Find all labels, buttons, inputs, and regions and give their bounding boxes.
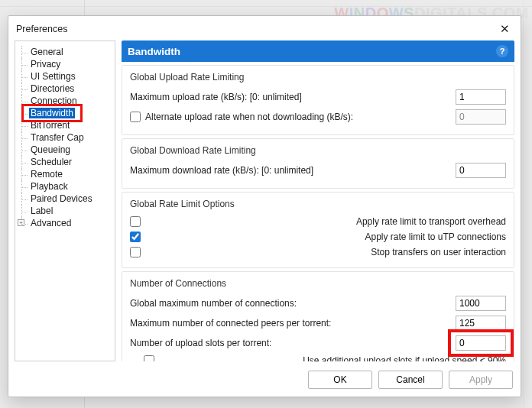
limit-overhead-row[interactable]: Apply rate limit to transport overhead <box>130 214 506 229</box>
stop-transfers-row[interactable]: Stop transfers on user interaction <box>130 244 506 260</box>
extra-slots-row[interactable]: Use additional upload slots if upload sp… <box>130 353 506 361</box>
tree-item-label: Queueing <box>29 144 72 155</box>
max-download-input[interactable] <box>456 163 506 178</box>
extra-slots-label: Use additional upload slots if upload sp… <box>303 355 506 361</box>
tree-item-connection[interactable]: Connection <box>18 95 112 107</box>
tree-item-label: Advanced <box>29 218 73 228</box>
download-section-title: Global Download Rate Limiting <box>130 145 506 156</box>
peers-label: Maximum number of connected peers per to… <box>130 318 448 329</box>
tree-item-label: Remote <box>29 169 64 180</box>
tree-item-label: Bandwidth <box>29 108 75 118</box>
tree-item-directories[interactable]: Directories <box>18 83 112 95</box>
extra-slots-checkbox[interactable] <box>144 355 154 361</box>
tree-item-label: BitTorrent <box>29 120 71 131</box>
tree-item-paired-devices[interactable]: Paired Devices <box>18 193 112 205</box>
preferences-dialog: Preferences ✕ GeneralPrivacyUI SettingsD… <box>8 15 521 397</box>
tree-item-transfer-cap[interactable]: Transfer Cap <box>18 131 112 144</box>
global-conn-input[interactable] <box>456 296 506 311</box>
tree-item-general[interactable]: General <box>18 46 112 58</box>
tree-item-playback[interactable]: Playback <box>18 180 112 193</box>
max-upload-input[interactable] <box>456 89 506 105</box>
ok-button[interactable]: OK <box>308 371 372 389</box>
tree-item-ui-settings[interactable]: UI Settings <box>18 70 112 83</box>
tree-item-bandwidth[interactable]: Bandwidth <box>18 107 112 119</box>
panel-header: Bandwidth ? <box>122 40 514 62</box>
limit-utp-label: Apply rate limit to uTP connections <box>365 232 506 242</box>
tree-item-label: Label <box>29 206 54 216</box>
tree-item-queueing[interactable]: Queueing <box>18 144 112 156</box>
upload-section-title: Global Upload Rate Limiting <box>130 72 506 83</box>
dialog-title: Preferences <box>16 24 67 34</box>
limit-utp-checkbox[interactable] <box>130 232 141 242</box>
limit-overhead-label: Apply rate limit to transport overhead <box>356 216 506 227</box>
connections-section-title: Number of Connections <box>130 278 506 289</box>
tree-item-scheduler[interactable]: Scheduler <box>18 156 112 168</box>
limit-utp-row[interactable]: Apply rate limit to uTP connections <box>130 229 506 244</box>
tree-item-label: Connection <box>29 96 79 106</box>
slots-input[interactable] <box>456 335 506 351</box>
close-icon[interactable]: ✕ <box>495 21 514 37</box>
tree-item-label: Transfer Cap <box>29 132 86 143</box>
tree-item-label: UI Settings <box>29 71 77 82</box>
content-panel: Bandwidth ? Global Upload Rate Limiting … <box>122 40 514 361</box>
limit-overhead-checkbox[interactable] <box>130 216 141 227</box>
tree-item-label[interactable]: Label <box>18 205 112 217</box>
tree-item-label: Paired Devices <box>29 193 94 204</box>
titlebar: Preferences ✕ <box>8 16 521 40</box>
max-download-label: Maximum download rate (kB/s): [0: unlimi… <box>130 165 448 176</box>
tree-item-bittorrent[interactable]: BitTorrent <box>18 119 112 131</box>
tree-item-label: General <box>29 47 65 57</box>
slots-label: Number of upload slots per torrent: <box>130 338 448 348</box>
alt-upload-input <box>456 109 506 125</box>
cancel-button[interactable]: Cancel <box>378 371 443 389</box>
tree-item-advanced[interactable]: +Advanced <box>18 217 112 229</box>
alt-upload-checkbox[interactable] <box>130 112 141 122</box>
upload-group: Global Upload Rate Limiting Maximum uplo… <box>122 65 514 135</box>
global-conn-label: Global maximum number of connections: <box>130 298 448 309</box>
tree-item-label: Playback <box>29 181 70 192</box>
expander-icon[interactable]: + <box>18 219 24 226</box>
max-upload-label: Maximum upload rate (kB/s): [0: unlimite… <box>130 92 448 102</box>
dialog-footer: OK Cancel Apply <box>8 364 521 397</box>
apply-button[interactable]: Apply <box>449 371 513 389</box>
category-tree[interactable]: GeneralPrivacyUI SettingsDirectoriesConn… <box>15 40 115 361</box>
limits-group: Global Rate Limit Options Apply rate lim… <box>122 192 514 268</box>
alt-upload-label: Alternate upload rate when not downloadi… <box>145 112 353 122</box>
limits-section-title: Global Rate Limit Options <box>130 199 506 209</box>
stop-transfers-label: Stop transfers on user interaction <box>371 247 506 257</box>
connections-group: Number of Connections Global maximum num… <box>122 271 514 361</box>
tree-item-label: Privacy <box>29 59 62 70</box>
panel-title: Bandwidth <box>128 46 180 57</box>
download-group: Global Download Rate Limiting Maximum do… <box>122 138 514 189</box>
stop-transfers-checkbox[interactable] <box>130 247 141 257</box>
tree-item-label: Directories <box>29 83 76 94</box>
tree-item-privacy[interactable]: Privacy <box>18 58 112 70</box>
tree-item-remote[interactable]: Remote <box>18 168 112 180</box>
peers-input[interactable] <box>456 316 506 331</box>
alt-upload-checkbox-row[interactable]: Alternate upload rate when not downloadi… <box>130 112 448 122</box>
tree-item-label: Scheduler <box>29 157 73 167</box>
help-icon[interactable]: ? <box>496 45 508 57</box>
